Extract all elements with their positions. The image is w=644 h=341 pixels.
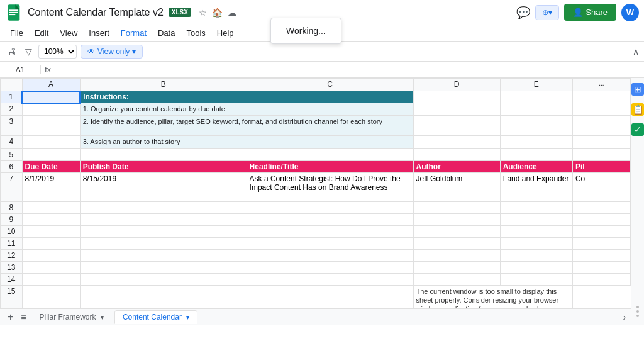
share-button[interactable]: 👤 Share (564, 4, 616, 21)
cell-f4[interactable] (572, 136, 630, 148)
cell-e4[interactable] (500, 136, 572, 148)
right-sidebar-tasks-icon[interactable]: ✓ (631, 123, 644, 136)
cell-a7[interactable]: 8/1/2019 (22, 172, 80, 201)
cell-f1[interactable] (572, 91, 630, 103)
table-row: 3 2. Identify the audience, pillar, targ… (1, 116, 631, 136)
cell-b6[interactable]: Publish Date (80, 160, 247, 172)
cell-e15[interactable]: The current window is too small to displ… (413, 285, 572, 308)
cell-c7-text: Ask a Content Strategist: How Do I Prove… (250, 174, 401, 192)
cell-c5[interactable] (247, 148, 413, 160)
cell-e7-text: Land and Expander (503, 174, 569, 183)
cell-a3[interactable] (22, 116, 80, 136)
star-icon[interactable]: ☆ (199, 8, 207, 18)
right-sidebar-note-icon[interactable]: 📋 (631, 103, 644, 116)
col-header-b[interactable]: B (80, 79, 247, 91)
sheet-tab-calendar[interactable]: Content Calendar ▾ (114, 310, 197, 324)
row-header-1: 1 (1, 91, 23, 103)
zoom-select[interactable]: 100% (38, 45, 77, 59)
cell-f2[interactable] (572, 103, 630, 116)
sheets-menu-button[interactable]: ≡ (18, 312, 28, 322)
cell-a5[interactable] (22, 148, 80, 160)
history-button[interactable]: ⊕▾ (535, 5, 559, 20)
row-header-3: 3 (1, 116, 23, 136)
cell-f6[interactable]: Pil (572, 160, 630, 172)
cell-f5[interactable] (572, 148, 630, 160)
menu-help[interactable]: Help (212, 27, 239, 39)
cell-b4[interactable]: 3. Assign an author to that story (80, 136, 413, 148)
menu-insert[interactable]: Insert (84, 27, 114, 39)
cloud-icon[interactable]: ☁ (228, 8, 236, 18)
cell-a7-text: 8/1/2019 (25, 174, 55, 183)
cell-b3[interactable]: 2. Identify the audience, pillar, target… (80, 116, 413, 136)
col-header-e[interactable]: E (500, 79, 572, 91)
filter-button[interactable]: ▽ (23, 45, 35, 58)
row-header-2: 2 (1, 103, 23, 116)
print-button[interactable]: 🖨 (5, 45, 19, 58)
cell-d1[interactable] (413, 91, 500, 103)
cell-c6[interactable]: Headline/Title (247, 160, 413, 172)
cell-d6-text: Author (416, 162, 441, 171)
drive-icon[interactable]: 🏠 (212, 8, 223, 18)
col-header-f[interactable]: ... (572, 79, 630, 91)
menu-file[interactable]: File (5, 27, 28, 39)
cell-reference[interactable]: A1 (0, 65, 41, 74)
comments-button[interactable]: 💬 (516, 6, 530, 20)
table-row: 4 3. Assign an author to that story (1, 136, 631, 148)
cell-b5[interactable] (80, 148, 247, 160)
cell-e6[interactable]: Audience (500, 160, 572, 172)
cell-a2[interactable] (22, 103, 80, 116)
working-popup: Working... (270, 18, 341, 44)
col-header-a[interactable]: A (22, 79, 80, 91)
share-label: Share (586, 8, 608, 17)
cell-a6[interactable]: Due Date (22, 160, 80, 172)
add-sheet-button[interactable]: + (5, 311, 16, 323)
toolbar: 🖨 ▽ 100% 👁 View only ▾ ∧ (0, 42, 644, 62)
scroll-dot-1 (636, 306, 639, 308)
avatar[interactable]: W (621, 4, 639, 21)
menu-view[interactable]: View (55, 27, 82, 39)
cell-a1[interactable] (22, 91, 80, 103)
cell-e6-text: Audience (503, 162, 537, 171)
working-text: Working... (286, 26, 326, 36)
row-header-4: 4 (1, 136, 23, 148)
cell-d4[interactable] (413, 136, 500, 148)
cell-f7[interactable]: Co (572, 172, 630, 201)
collapse-toolbar-button[interactable]: ∧ (633, 47, 639, 57)
tab-nav-right[interactable]: › (623, 312, 626, 322)
cell-f3[interactable] (572, 116, 630, 136)
cell-b1[interactable]: Instructions: (80, 91, 413, 103)
table-row: 9 (1, 213, 631, 225)
col-header-d[interactable]: D (413, 79, 500, 91)
cell-e1[interactable] (500, 91, 572, 103)
table-row: 10 (1, 225, 631, 237)
right-sidebar-table-icon[interactable]: ⊞ (631, 83, 644, 96)
table-row: 8 (1, 201, 631, 213)
cell-d3[interactable] (413, 116, 500, 136)
col-header-c[interactable]: C (247, 79, 413, 91)
menu-data[interactable]: Data (153, 27, 180, 39)
cell-a4[interactable] (22, 136, 80, 148)
cell-a6-text: Due Date (25, 162, 58, 171)
cell-e5[interactable] (500, 148, 572, 160)
cell-e3[interactable] (500, 116, 572, 136)
menu-format[interactable]: Format (116, 27, 152, 39)
cell-d7[interactable]: Jeff Goldblum (413, 172, 500, 201)
table-row: 12 (1, 249, 631, 261)
menu-edit[interactable]: Edit (30, 27, 53, 39)
cell-d2[interactable] (413, 103, 500, 116)
cell-d6[interactable]: Author (413, 160, 500, 172)
menu-tools[interactable]: Tools (181, 27, 210, 39)
row-header-12: 12 (1, 249, 23, 261)
cell-e2[interactable] (500, 103, 572, 116)
scroll-area[interactable]: A B C D E ... 1 Instructions: (0, 78, 631, 308)
cell-b7[interactable]: 8/15/2019 (80, 172, 247, 201)
formula-input[interactable] (55, 65, 644, 74)
eye-icon: 👁 (87, 47, 95, 56)
view-only-button[interactable]: 👁 View only ▾ (80, 45, 143, 59)
cell-b2[interactable]: 1. Organize your content calendar by due… (80, 103, 413, 116)
cell-c7[interactable]: Ask a Content Strategist: How Do I Prove… (247, 172, 413, 201)
sheet-tab-pillar[interactable]: Pillar Framework ▾ (31, 310, 112, 324)
cell-d5[interactable] (413, 148, 500, 160)
cell-e7[interactable]: Land and Expander (500, 172, 572, 201)
doc-icons: ☆ 🏠 ☁ (199, 8, 236, 18)
